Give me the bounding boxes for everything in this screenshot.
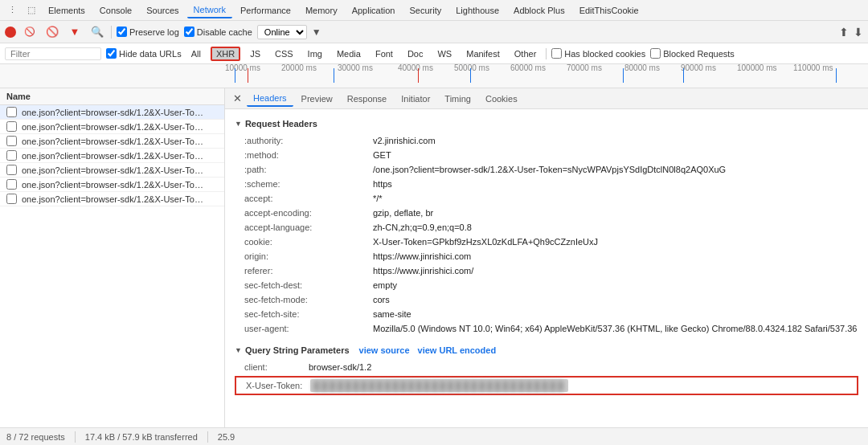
header-row-sec-fetch-mode: sec-fetch-mode: cors	[235, 292, 858, 307]
request-row[interactable]: one.json?client=browser-sdk/1.2&X-User-T…	[0, 178, 224, 192]
menu-item-editthiscookie[interactable]: EditThisCookie	[573, 3, 645, 18]
disable-cache-checkbox[interactable]	[184, 27, 194, 37]
filter-type-ws[interactable]: WS	[432, 47, 457, 60]
details-panel: ✕ Headers Preview Response Initiator Tim…	[225, 88, 868, 427]
tab-cookies[interactable]: Cookies	[479, 92, 524, 106]
menu-item-elements[interactable]: Elements	[42, 3, 92, 18]
header-value: same-site	[373, 308, 411, 320]
request-row[interactable]: one.json?client=browser-sdk/1.2&X-User-T…	[0, 163, 224, 178]
header-row-user-agent: user-agent: Mozilla/5.0 (Windows NT 10.0…	[235, 321, 858, 336]
menu-bar: ⋮ ⬚ Elements Console Sources Network Per…	[0, 0, 868, 21]
menu-item-memory[interactable]: Memory	[299, 3, 344, 18]
filter-type-doc[interactable]: Doc	[403, 47, 428, 60]
devtools-icon[interactable]: ⋮	[3, 2, 21, 19]
preserve-log-label[interactable]: Preserve log	[117, 27, 179, 37]
filter-type-font[interactable]: Font	[371, 47, 398, 60]
request-checkbox[interactable]	[6, 136, 17, 146]
filter-type-other[interactable]: Other	[510, 47, 542, 60]
request-checkbox[interactable]	[6, 165, 17, 175]
timeline-tick-6: 60000 ms	[510, 64, 546, 72]
header-name: origin:	[244, 250, 373, 263]
header-name: :method:	[244, 149, 373, 161]
request-name: one.json?client=browser-sdk/1.2&X-User-T…	[22, 151, 207, 161]
hide-data-urls-checkbox[interactable]	[106, 48, 117, 59]
header-name: :scheme:	[244, 178, 373, 190]
request-row[interactable]: one.json?client=browser-sdk/1.2&X-User-T…	[0, 120, 224, 134]
filter-button[interactable]: ▼	[66, 23, 84, 41]
request-row[interactable]: one.json?client=browser-sdk/1.2&X-User-T…	[0, 105, 224, 120]
header-row-method: :method: GET	[235, 148, 858, 162]
header-row-referer: referer: https://www.jinrishici.com/	[235, 263, 858, 278]
search-button[interactable]: 🔍	[88, 23, 106, 41]
request-checkbox[interactable]	[6, 150, 17, 161]
header-value: X-User-Token=GPkbf9zHzsXL0zKdLFA+Qh9cCZz…	[373, 235, 598, 248]
filter-type-css[interactable]: CSS	[270, 47, 298, 60]
blocked-requests-checkbox[interactable]	[650, 48, 661, 59]
divider	[111, 26, 112, 39]
preserve-log-checkbox[interactable]	[117, 27, 127, 37]
header-value: cors	[373, 293, 390, 306]
timeline-tick-3: 30000 ms	[338, 64, 373, 72]
query-actions: view source view URL encoded	[359, 345, 497, 355]
tab-initiator[interactable]: Initiator	[395, 92, 436, 106]
throttle-dropdown-icon[interactable]: ▼	[312, 27, 321, 38]
stop-button[interactable]: 🚫	[21, 23, 39, 41]
tab-response[interactable]: Response	[341, 92, 394, 106]
request-checkbox[interactable]	[6, 179, 17, 190]
export-button[interactable]: ⬇	[854, 26, 863, 39]
throttle-select[interactable]: Online	[257, 25, 307, 39]
tab-timing[interactable]: Timing	[438, 92, 477, 106]
filter-type-media[interactable]: Media	[332, 47, 366, 60]
menu-item-network[interactable]: Network	[187, 2, 232, 18]
filter-input[interactable]	[5, 47, 101, 60]
menu-item-adblock[interactable]: Adblock Plus	[507, 3, 571, 18]
header-value: v2.jinrishici.com	[373, 134, 436, 147]
timeline-tick-2: 20000 ms	[281, 64, 317, 72]
filter-type-js[interactable]: JS	[245, 47, 265, 60]
header-name: accept:	[244, 192, 373, 205]
blocked-requests-label[interactable]: Blocked Requests	[650, 48, 735, 59]
close-details-button[interactable]: ✕	[230, 92, 245, 104]
request-name: one.json?client=browser-sdk/1.2&X-User-T…	[22, 165, 207, 175]
waterfall-mark-4	[418, 68, 419, 83]
timeline-tick-11: 110000 ms	[793, 64, 833, 72]
tab-headers[interactable]: Headers	[247, 91, 293, 107]
request-row[interactable]: one.json?client=browser-sdk/1.2&X-User-T…	[0, 149, 224, 163]
request-row[interactable]: one.json?client=browser-sdk/1.2&X-User-T…	[0, 134, 224, 149]
request-name: one.json?client=browser-sdk/1.2&X-User-T…	[22, 180, 207, 190]
menu-item-lighthouse[interactable]: Lighthouse	[449, 3, 506, 18]
view-url-encoded-link[interactable]: view URL encoded	[418, 345, 497, 355]
filter-type-xhr[interactable]: XHR	[211, 47, 240, 61]
has-blocked-cookies-checkbox[interactable]	[551, 48, 562, 59]
has-blocked-cookies-label[interactable]: Has blocked cookies	[551, 48, 645, 59]
clear-button[interactable]: 🚫	[43, 23, 61, 41]
filter-type-img[interactable]: Img	[303, 47, 327, 60]
menu-item-application[interactable]: Application	[346, 3, 402, 18]
menu-item-performance[interactable]: Performance	[234, 3, 297, 18]
tab-preview[interactable]: Preview	[295, 92, 339, 106]
timeline-tick-10: 100000 ms	[737, 64, 776, 72]
request-list-header: Name	[0, 88, 224, 105]
request-checkbox[interactable]	[6, 121, 17, 132]
menu-item-sources[interactable]: Sources	[140, 3, 185, 18]
header-name: user-agent:	[244, 322, 373, 335]
import-button[interactable]: ⬆	[839, 26, 849, 39]
query-param-token: X-User-Token: ██████████████████████████…	[235, 376, 858, 395]
request-checkbox[interactable]	[6, 107, 17, 117]
filter-type-all[interactable]: All	[186, 47, 206, 60]
request-row[interactable]: one.json?client=browser-sdk/1.2&X-User-T…	[0, 192, 224, 206]
hide-data-urls-label[interactable]: Hide data URLs	[106, 48, 182, 59]
request-checkbox[interactable]	[6, 194, 17, 204]
disable-cache-label[interactable]: Disable cache	[184, 27, 252, 37]
filter-divider	[546, 48, 547, 59]
filter-type-manifest[interactable]: Manifest	[461, 47, 505, 60]
cursor-icon[interactable]: ⬚	[23, 2, 40, 19]
record-button[interactable]	[5, 27, 16, 38]
menu-item-security[interactable]: Security	[403, 3, 448, 18]
header-row-accept: accept: */*	[235, 191, 858, 206]
waterfall-mark-8	[836, 68, 837, 83]
request-list: Name one.json?client=browser-sdk/1.2&X-U…	[0, 88, 225, 427]
query-section-header: ▼ Query String Parameters view source vi…	[235, 345, 858, 355]
menu-item-console[interactable]: Console	[93, 3, 138, 18]
view-source-link[interactable]: view source	[359, 345, 410, 355]
